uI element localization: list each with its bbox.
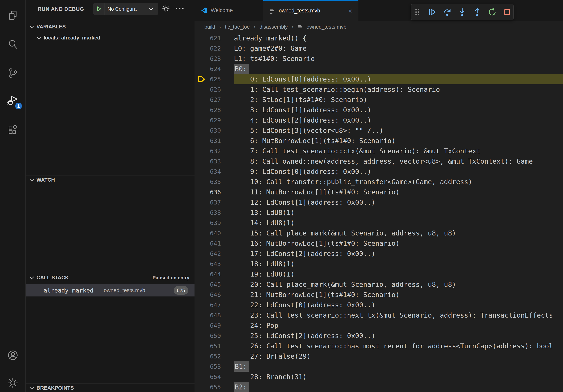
code-line-638[interactable]: 63813: LdU8(1) [194,208,563,218]
line-number[interactable]: 635 [194,177,234,187]
code-line-635[interactable]: 63510: Call transfer::public_transfer<Ga… [194,177,563,187]
code-line-630[interactable]: 6305: LdConst[3](vector<u8>: "" /..) [194,125,563,136]
code-line-624[interactable]: 624B0: [194,64,563,74]
line-number[interactable]: 625 [194,74,234,84]
settings-gear-icon[interactable] [0,371,26,392]
explorer-icon[interactable] [0,4,26,27]
run-and-debug-icon[interactable]: 1 [0,89,26,112]
tab-welcome[interactable]: Welcome [194,0,263,21]
watch-section-header[interactable]: WATCH [26,175,194,184]
breadcrumb-item[interactable]: build [204,24,215,30]
line-number[interactable]: 634 [194,166,234,177]
line-number[interactable]: 624 [194,64,234,74]
code-line-652[interactable]: 65227: BrFalse(29) [194,351,563,361]
line-number[interactable]: 622 [194,43,234,53]
breadcrumb-item[interactable]: tic_tac_toe [225,24,250,30]
breakpoints-section-header[interactable]: BREAKPOINTS [26,383,194,392]
code-line-631[interactable]: 6316: MutBorrowLoc[1](ts#1#0: Scenario) [194,136,563,146]
line-number[interactable]: 633 [194,156,234,166]
line-number[interactable]: 647 [194,300,234,310]
line-number[interactable]: 636 [194,187,234,197]
code-line-639[interactable]: 63914: LdU8(1) [194,218,563,228]
code-line-654[interactable]: 65428: Branch(31) [194,372,563,382]
line-number[interactable]: 649 [194,320,234,331]
line-number[interactable]: 655 [194,382,234,392]
close-icon[interactable]: × [348,8,352,14]
code-line-626[interactable]: 6261: Call test_scenario::begin(address)… [194,84,563,94]
code-line-621[interactable]: 621already_marked() { [194,33,563,43]
line-number[interactable]: 641 [194,238,234,248]
code-line-641[interactable]: 64116: MutBorrowLoc[1](ts#1#0: Scenario) [194,238,563,248]
line-number[interactable]: 640 [194,228,234,238]
code-line-649[interactable]: 64924: Pop [194,320,563,331]
tab-owned-tests[interactable]: owned_tests.mvb × [263,0,358,21]
continue-icon[interactable] [428,8,437,17]
line-number[interactable]: 626 [194,84,234,94]
code-line-628[interactable]: 6283: LdConst[1](address: 0x00..) [194,105,563,115]
debug-settings-gear-icon[interactable] [162,5,170,13]
line-number[interactable]: 648 [194,310,234,320]
step-into-icon[interactable] [458,8,467,17]
start-debug-icon[interactable] [93,3,105,15]
line-number[interactable]: 621 [194,33,234,43]
line-number[interactable]: 643 [194,259,234,269]
line-number[interactable]: 654 [194,372,234,382]
breadcrumb-item[interactable]: owned_tests.mvb [307,24,346,30]
source-control-icon[interactable] [0,62,26,84]
code-line-647[interactable]: 64722: LdConst[0](address: 0x00..) [194,300,563,310]
more-actions-icon[interactable] [175,7,184,11]
code-line-643[interactable]: 64318: LdU8(1) [194,259,563,269]
code-line-650[interactable]: 65025: LdConst[2](address: 0x00..) [194,331,563,341]
extensions-icon[interactable] [0,119,26,142]
code-line-655[interactable]: 655B2: [194,382,563,392]
line-number[interactable]: 632 [194,146,234,156]
variables-section-header[interactable]: VARIABLES [26,22,194,31]
code-line-629[interactable]: 6294: LdConst[2](address: 0x00..) [194,115,563,125]
line-number[interactable]: 651 [194,341,234,351]
line-number[interactable]: 629 [194,115,234,125]
line-number[interactable]: 630 [194,125,234,136]
code-line-623[interactable]: 623L1: ts#1#0: Scenario [194,53,563,64]
line-number[interactable]: 627 [194,94,234,105]
code-line-636[interactable]: 63611: MutBorrowLoc[1](ts#1#0: Scenario) [194,187,563,197]
line-number[interactable]: 652 [194,351,234,361]
code-line-627[interactable]: 6272: StLoc[1](ts#1#0: Scenario) [194,94,563,105]
line-number[interactable]: 653 [194,361,234,372]
variables-locals-item[interactable]: locals: already_marked [37,35,100,41]
line-number[interactable]: 639 [194,218,234,228]
line-number[interactable]: 631 [194,136,234,146]
code-line-651[interactable]: 65126: Call test_scenario::has_most_rece… [194,341,563,351]
code-line-634[interactable]: 6349: LdConst[0](address: 0x00..) [194,166,563,177]
line-number[interactable]: 645 [194,279,234,289]
step-out-icon[interactable] [473,8,482,17]
code-line-642[interactable]: 64217: LdConst[2](address: 0x00..) [194,248,563,259]
call-stack-section-header[interactable]: CALL STACK Paused on entry [26,273,194,282]
line-number[interactable]: 623 [194,53,234,64]
account-icon[interactable] [0,344,26,367]
code-line-622[interactable]: 622L0: game#2#0: Game [194,43,563,53]
code-line-633[interactable]: 6338: Call owned::new(address, address, … [194,156,563,166]
code-line-625[interactable]: 6250: LdConst[0](address: 0x00..) [194,74,563,84]
code-line-646[interactable]: 64621: MutBorrowLoc[1](ts#1#0: Scenario) [194,289,563,300]
code-line-644[interactable]: 64419: LdU8(1) [194,269,563,279]
debug-configuration-picker[interactable]: No Configura [93,3,158,15]
code-line-637[interactable]: 63712: LdConst[1](address: 0x00..) [194,197,563,208]
line-number[interactable]: 637 [194,197,234,208]
code-line-645[interactable]: 64520: Call place_mark(&mut Scenario, ad… [194,279,563,289]
step-over-icon[interactable] [443,8,452,17]
line-number[interactable]: 628 [194,105,234,115]
drag-handle-icon[interactable] [413,8,422,17]
code-line-648[interactable]: 64823: Call test_scenario::next_tx(&mut … [194,310,563,320]
code-line-632[interactable]: 6327: Call test_scenario::ctx(&mut Scena… [194,146,563,156]
line-number[interactable]: 650 [194,331,234,341]
call-stack-frame[interactable]: already_marked owned_tests.mvb 625 [26,284,194,297]
stop-icon[interactable] [503,8,512,17]
breadcrumb-item[interactable]: disassembly [259,24,288,30]
line-number[interactable]: 642 [194,248,234,259]
line-number[interactable]: 644 [194,269,234,279]
code-line-653[interactable]: 653B1: [194,361,563,372]
line-number[interactable]: 638 [194,208,234,218]
search-icon[interactable] [0,33,26,56]
restart-icon[interactable] [488,8,497,17]
code-line-640[interactable]: 64015: Call place_mark(&mut Scenario, ad… [194,228,563,238]
